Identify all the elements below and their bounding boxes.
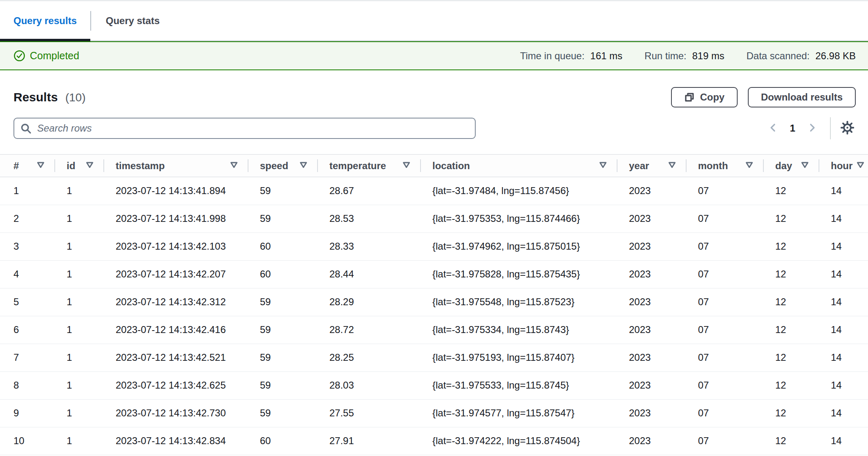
column-header-year[interactable]: year <box>617 154 687 177</box>
column-header-timestamp[interactable]: timestamp <box>104 154 248 177</box>
table-row: 1012023-07-12 14:13:42.8346027.91{lat=-3… <box>0 427 868 455</box>
previous-page-button[interactable] <box>766 121 780 136</box>
table-cell: 28.44 <box>318 260 421 288</box>
table-cell: {lat=-31.975548, lng=115.87523} <box>421 288 617 316</box>
table-cell: 59 <box>248 316 318 344</box>
column-header-row-number[interactable]: # <box>0 154 55 177</box>
table-cell: 2023 <box>617 399 687 427</box>
table-cell: 12 <box>764 316 819 344</box>
download-results-button[interactable]: Download results <box>748 87 856 107</box>
table-cell: 12 <box>764 399 819 427</box>
column-header-id[interactable]: id <box>55 154 104 177</box>
column-header-month[interactable]: month <box>687 154 764 177</box>
stat-time-in-queue: Time in queue: 161 ms <box>520 50 622 62</box>
table-cell: 59 <box>248 288 318 316</box>
table-cell: 1 <box>55 371 104 399</box>
tab-query-stats[interactable]: Query stats <box>90 1 175 40</box>
column-label: location <box>432 160 470 172</box>
filter-triangle-icon[interactable] <box>668 162 676 170</box>
next-page-button[interactable] <box>805 121 819 136</box>
download-results-label: Download results <box>761 92 843 103</box>
chevron-right-icon <box>808 123 817 134</box>
table-cell: 07 <box>687 344 764 371</box>
results-heading: Results (10) <box>13 90 86 104</box>
table-cell: 2023 <box>617 205 687 232</box>
column-header-speed[interactable]: speed <box>248 154 318 177</box>
table-row: 812023-07-12 14:13:42.6255928.03{lat=-31… <box>0 371 868 399</box>
table-row: 612023-07-12 14:13:42.4165928.72{lat=-31… <box>0 316 868 344</box>
filter-triangle-icon[interactable] <box>37 162 45 170</box>
table-cell: 14 <box>819 316 868 344</box>
table-cell: 2023-07-12 14:13:42.416 <box>104 316 248 344</box>
table-controls: 1 <box>13 118 856 139</box>
column-label: timestamp <box>116 160 165 172</box>
filter-triangle-icon[interactable] <box>599 162 607 170</box>
tab-query-results[interactable]: Query results <box>0 1 90 40</box>
column-label: speed <box>260 160 288 172</box>
table-cell: 6 <box>0 316 55 344</box>
pager-divider <box>830 117 831 139</box>
table-cell: {lat=-31.974222, lng=115.874504} <box>421 427 617 455</box>
table-cell: 1 <box>55 316 104 344</box>
table-cell: 2023-07-12 14:13:42.312 <box>104 288 248 316</box>
filter-triangle-icon[interactable] <box>745 162 753 170</box>
filter-triangle-icon[interactable] <box>403 162 410 170</box>
table-cell: 2023 <box>617 260 687 288</box>
table-cell: 4 <box>0 260 55 288</box>
status-badge: Completed <box>13 50 79 62</box>
table-cell: {lat=-31.975533, lng=115.8745} <box>421 371 617 399</box>
stat-data-scanned: Data scanned: 26.98 KB <box>746 50 856 62</box>
table-cell: 1 <box>0 177 55 205</box>
filter-triangle-icon[interactable] <box>801 162 809 170</box>
table-cell: 14 <box>819 177 868 205</box>
table-cell: 12 <box>764 232 819 260</box>
query-stats-summary: Time in queue: 161 ms Run time: 819 ms D… <box>520 50 856 62</box>
tab-query-results-label: Query results <box>13 15 77 27</box>
table-cell: 07 <box>687 399 764 427</box>
table-cell: 2023-07-12 14:13:42.207 <box>104 260 248 288</box>
table-row: 512023-07-12 14:13:42.3125928.29{lat=-31… <box>0 288 868 316</box>
table-cell: {lat=-31.974962, lng=115.875015} <box>421 232 617 260</box>
tab-bar: Query results Query stats <box>0 0 868 41</box>
table-cell: 07 <box>687 205 764 232</box>
column-label: hour <box>831 160 852 172</box>
column-header-location[interactable]: location <box>421 154 617 177</box>
table-cell: 1 <box>55 177 104 205</box>
table-cell: 2 <box>0 205 55 232</box>
current-page[interactable]: 1 <box>790 123 795 134</box>
filter-triangle-icon[interactable] <box>86 162 94 170</box>
results-title: Results <box>13 90 58 104</box>
filter-triangle-icon[interactable] <box>857 162 864 170</box>
table-cell: 14 <box>819 260 868 288</box>
table-cell: 12 <box>764 344 819 371</box>
table-cell: 07 <box>687 371 764 399</box>
table-cell: 28.03 <box>318 371 421 399</box>
column-header-day[interactable]: day <box>764 154 819 177</box>
column-header-temperature[interactable]: temperature <box>318 154 421 177</box>
filter-triangle-icon[interactable] <box>300 162 307 170</box>
copy-icon <box>684 92 695 103</box>
tab-query-stats-label: Query stats <box>106 15 160 27</box>
stat-run-time: Run time: 819 ms <box>644 50 724 62</box>
results-table: #idtimestampspeedtemperaturelocationyear… <box>0 154 868 455</box>
preferences-button[interactable] <box>839 119 856 137</box>
table-cell: 2023 <box>617 316 687 344</box>
filter-triangle-icon[interactable] <box>230 162 238 170</box>
table-cell: 12 <box>764 260 819 288</box>
table-cell: 2023-07-12 14:13:42.730 <box>104 399 248 427</box>
table-cell: 2023 <box>617 232 687 260</box>
table-cell: 1 <box>55 232 104 260</box>
search-rows-input[interactable] <box>13 118 476 139</box>
copy-button[interactable]: Copy <box>671 87 738 107</box>
results-actions: Copy Download results <box>671 87 856 107</box>
table-cell: 2023-07-12 14:13:42.103 <box>104 232 248 260</box>
table-cell: 28.29 <box>318 288 421 316</box>
status-banner: Completed Time in queue: 161 ms Run time… <box>0 41 868 70</box>
table-cell: 60 <box>248 232 318 260</box>
table-cell: 14 <box>819 288 868 316</box>
table-cell: 07 <box>687 316 764 344</box>
pagination: 1 <box>766 117 856 139</box>
table-cell: {lat=-31.975353, lng=115.874466} <box>421 205 617 232</box>
table-row: 712023-07-12 14:13:42.5215928.25{lat=-31… <box>0 344 868 371</box>
column-header-hour[interactable]: hour <box>819 154 868 177</box>
